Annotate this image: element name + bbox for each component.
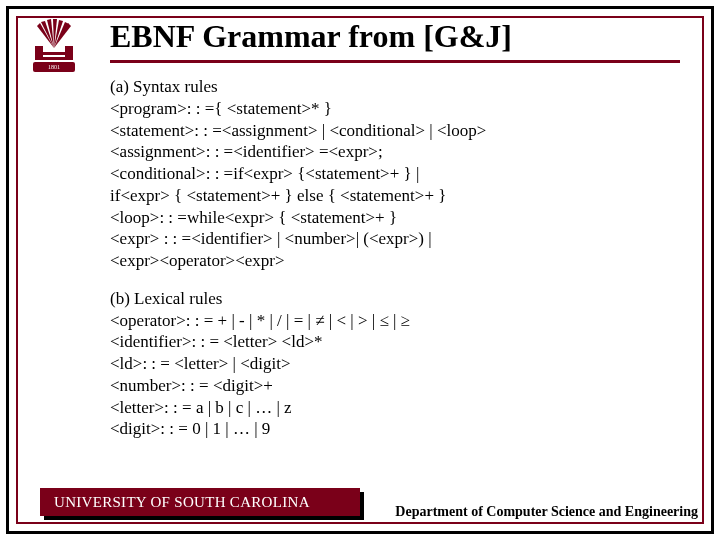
slide-title: EBNF Grammar from [G&J]: [110, 18, 690, 55]
syntax-rule: <loop>: : =while<expr> { <statement>+ }: [110, 207, 680, 229]
lexical-rule: <number>: : = <digit>+: [110, 375, 680, 397]
footer-department: Department of Computer Science and Engin…: [395, 504, 698, 520]
lexical-rule: <letter>: : = a | b | c | … | z: [110, 397, 680, 419]
slide: 1801 EBNF Grammar from [G&J] (a) Syntax …: [0, 0, 720, 540]
lexical-rule: <ld>: : = <letter> | <digit>: [110, 353, 680, 375]
syntax-rule: <expr> : : =<identifier> | <number>| (<e…: [110, 228, 680, 250]
content-area: (a) Syntax rules <program>: : ={ <statem…: [110, 74, 680, 480]
lexical-rule: <operator>: : = + | - | * | / | = | ≠ | …: [110, 310, 680, 332]
seal-icon: 1801: [25, 18, 83, 74]
svg-rect-0: [35, 46, 43, 60]
syntax-rule: <conditional>: : =if<expr> {<statement>+…: [110, 163, 680, 185]
university-seal-logo: 1801: [22, 18, 86, 76]
lexical-rule: <digit>: : = 0 | 1 | … | 9: [110, 418, 680, 440]
svg-rect-3: [43, 57, 65, 60]
svg-text:1801: 1801: [48, 64, 60, 70]
syntax-rule: <expr><operator><expr>: [110, 250, 680, 272]
syntax-heading: (a) Syntax rules: [110, 76, 680, 98]
lexical-rule: <identifier>: : = <letter> <ld>*: [110, 331, 680, 353]
syntax-rule: <statement>: : =<assignment> | <conditio…: [110, 120, 680, 142]
title-underline: [110, 60, 680, 63]
lexical-heading: (b) Lexical rules: [110, 288, 680, 310]
svg-rect-2: [43, 52, 65, 55]
syntax-rule: <assignment>: : =<identifier> =<expr>;: [110, 141, 680, 163]
syntax-rule: if<expr> { <statement>+ } else { <statem…: [110, 185, 680, 207]
syntax-rule: <program>: : ={ <statement>* }: [110, 98, 680, 120]
footer-university: UNIVERSITY OF SOUTH CAROLINA: [40, 488, 360, 516]
footer-left-wrap: UNIVERSITY OF SOUTH CAROLINA: [40, 488, 364, 520]
svg-rect-1: [65, 46, 73, 60]
